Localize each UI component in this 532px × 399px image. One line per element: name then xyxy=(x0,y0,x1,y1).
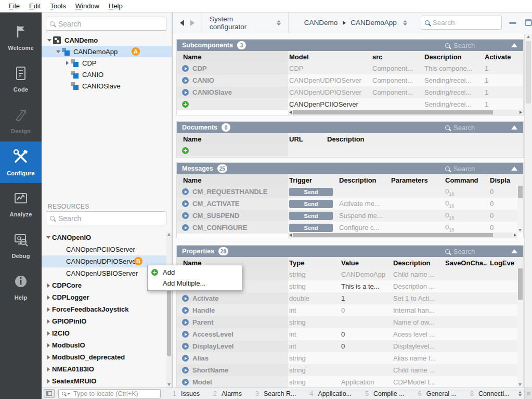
resource-item-i2cio[interactable]: I2CIO xyxy=(42,327,172,339)
resource-item-forcefeedbackjoystick[interactable]: ForceFeedbackJoystick xyxy=(42,303,172,315)
resource-item-cdplogger[interactable]: CDPLogger xyxy=(42,291,172,303)
scrollbar-thumb[interactable] xyxy=(293,233,493,237)
expand-arrow-icon[interactable] xyxy=(45,379,52,383)
add-row[interactable]: CANOpenPCIIOServer Sending/recei... 1 xyxy=(177,98,523,110)
table-row[interactable]: Parent string Name of ow... xyxy=(177,316,523,328)
breadcrumb-root[interactable]: CANDemo xyxy=(304,19,338,27)
section-search[interactable]: Search xyxy=(445,248,475,255)
add-plus-icon[interactable] xyxy=(182,101,189,108)
play-circle-icon[interactable] xyxy=(182,77,189,84)
add-row[interactable] xyxy=(177,145,523,157)
table-row[interactable]: CDP CDP Component... This compone... 1 xyxy=(177,62,523,74)
play-circle-icon[interactable] xyxy=(182,331,189,338)
scroll-left-icon[interactable] xyxy=(289,234,292,237)
send-button[interactable]: Send xyxy=(289,188,333,196)
horizontal-scrollbar[interactable] xyxy=(288,110,523,115)
scrollbar-thumb[interactable] xyxy=(293,110,493,114)
sort-arrows-icon[interactable] xyxy=(403,20,407,25)
collapse-triangle-icon[interactable] xyxy=(511,166,517,171)
output-tab-search-results[interactable]: 3 Search R... xyxy=(249,388,303,399)
expand-arrow-icon[interactable] xyxy=(45,367,52,371)
expand-arrow-icon[interactable] xyxy=(45,284,52,288)
resource-item-nmea0183io[interactable]: NMEA0183IO xyxy=(42,363,172,375)
expand-arrow-icon[interactable] xyxy=(46,39,53,42)
expand-arrow-icon[interactable] xyxy=(55,50,62,53)
horizontal-scrollbar[interactable] xyxy=(288,233,517,238)
table-row[interactable]: Alias string Alias name f... xyxy=(177,352,523,364)
expand-arrow-icon[interactable] xyxy=(45,355,52,359)
maximize-icon[interactable] xyxy=(525,19,532,26)
forward-arrow-icon[interactable] xyxy=(190,20,194,26)
mode-selector[interactable]: System configurator xyxy=(210,15,270,31)
play-circle-icon[interactable] xyxy=(182,379,189,385)
output-tab-compile[interactable]: 5 Compile ... xyxy=(358,388,411,399)
documents-header[interactable]: Documents 0 Search xyxy=(177,122,523,133)
send-button[interactable]: Send xyxy=(289,200,333,208)
scroll-down-icon[interactable] xyxy=(518,229,522,231)
output-tab-alarms[interactable]: 2 Alarms xyxy=(206,388,249,399)
subcomponents-header[interactable]: Subcomponents 3 Search xyxy=(177,40,523,51)
collapse-triangle-icon[interactable] xyxy=(511,125,517,130)
menu-help[interactable]: Help xyxy=(104,1,127,11)
menu-file[interactable]: File xyxy=(4,1,24,11)
resource-item-gpiopinio[interactable]: GPIOPinIO xyxy=(42,315,172,327)
scrollbar-thumb[interactable] xyxy=(518,268,523,300)
table-row[interactable]: Activate double 1 Set 1 to Acti... xyxy=(177,292,523,304)
activity-item-configure[interactable]: Configure xyxy=(0,141,42,183)
section-search[interactable]: Search xyxy=(445,124,475,132)
main-vertical-scrollbar[interactable] xyxy=(524,34,532,388)
section-search[interactable]: Search xyxy=(445,42,475,49)
section-search[interactable]: Search xyxy=(445,165,475,173)
activity-item-debug[interactable]: Debug xyxy=(0,225,42,266)
table-row[interactable]: CM_ACTIVATE Send Activate me... 016 0 xyxy=(177,198,523,210)
context-menu-add-multiple[interactable]: Add Multiple... xyxy=(148,278,242,289)
play-circle-icon[interactable] xyxy=(182,89,189,96)
locate-box[interactable] xyxy=(58,389,161,398)
play-circle-icon[interactable] xyxy=(182,224,189,231)
collapse-triangle-icon[interactable] xyxy=(511,43,517,47)
play-circle-icon[interactable] xyxy=(182,355,189,362)
resource-item-seatexmruio[interactable]: SeatexMRUIO xyxy=(42,375,172,387)
output-tab-general[interactable]: 6 General ... xyxy=(411,388,463,399)
play-circle-icon[interactable] xyxy=(182,212,189,219)
properties-vertical-scrollbar[interactable] xyxy=(517,268,523,387)
minimize-icon[interactable] xyxy=(509,22,517,24)
table-row[interactable]: Model string Application CDPModel t... xyxy=(177,376,523,388)
table-row[interactable]: ShortName string Child name ... xyxy=(177,364,523,376)
collapse-triangle-icon[interactable] xyxy=(511,249,517,253)
table-row[interactable]: CANIOSlave CANOpenUDPIOServer Component.… xyxy=(177,86,523,98)
expand-arrow-icon[interactable] xyxy=(45,295,52,300)
table-row[interactable]: AccessLevel int 0 Acess level ... xyxy=(177,328,523,340)
properties-header[interactable]: Properties 28 Search xyxy=(177,246,523,257)
play-circle-icon[interactable] xyxy=(182,200,189,207)
scroll-right-icon[interactable] xyxy=(514,234,516,237)
project-search-input[interactable] xyxy=(58,20,162,28)
play-circle-icon[interactable] xyxy=(182,188,189,195)
tree-item-candemoapp[interactable]: CANDemoApp A xyxy=(42,46,172,57)
tree-item-candemo[interactable]: CANDemo xyxy=(42,34,172,46)
expand-arrow-icon[interactable] xyxy=(63,61,71,65)
scrollbar-thumb[interactable] xyxy=(518,186,523,198)
scroll-up-icon[interactable] xyxy=(167,233,171,236)
scroll-down-icon[interactable] xyxy=(167,383,171,386)
tree-item-cdp[interactable]: CDP xyxy=(42,57,172,69)
output-tab-application[interactable]: 4 Applicatio... xyxy=(303,388,358,399)
scrollbar-thumb[interactable] xyxy=(167,286,171,356)
expand-arrow-icon[interactable] xyxy=(45,319,52,324)
panel-toggle-button[interactable] xyxy=(44,389,55,398)
add-plus-icon[interactable] xyxy=(182,147,189,154)
configurator-search[interactable] xyxy=(421,16,502,30)
tree-item-canioslave[interactable]: CANIOSlave xyxy=(42,80,172,92)
scroll-down-icon[interactable] xyxy=(518,383,522,386)
activity-item-code[interactable]: Code xyxy=(0,58,42,100)
menu-tools[interactable]: Tools xyxy=(45,1,70,11)
activity-item-welcome[interactable]: Welcome xyxy=(0,17,42,58)
sort-arrows-icon[interactable] xyxy=(518,391,522,396)
scroll-right-icon[interactable] xyxy=(520,111,522,114)
output-tab-issues[interactable]: 1 Issues xyxy=(166,388,206,399)
scroll-up-icon[interactable] xyxy=(527,35,530,38)
table-row[interactable]: CM_SUSPEND Send Suspend me... 016 0 xyxy=(177,210,523,222)
resource-item-canopenpciioserver[interactable]: CANOpenPCIIOServer xyxy=(42,243,172,255)
expand-arrow-icon[interactable] xyxy=(45,331,52,336)
expand-arrow-icon[interactable] xyxy=(45,236,52,239)
